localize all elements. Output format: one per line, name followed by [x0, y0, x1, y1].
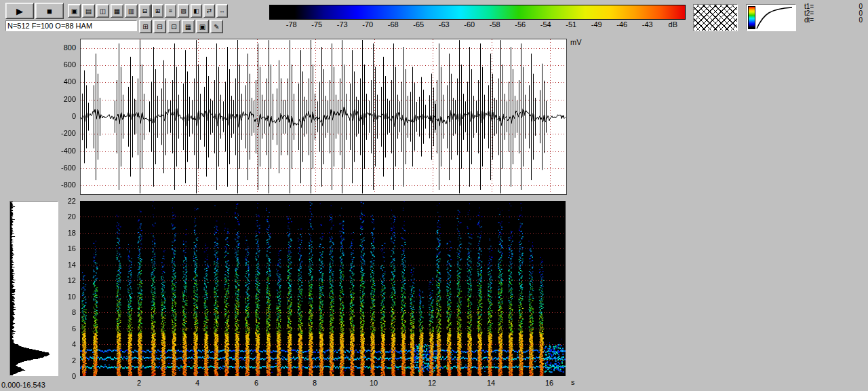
spectrogram-ytick-8: 8 [60, 308, 76, 316]
spectrogram-ytick-22: 22 [60, 197, 76, 205]
readout-row: dt=0 [804, 17, 863, 24]
spectrogram-ytick-14: 14 [60, 261, 76, 269]
colorbar-unit-label: dB [660, 20, 686, 29]
colorbar-tick-label: -65 [406, 20, 432, 29]
waveform-ytick-600: 600 [50, 60, 76, 69]
readout-value: 0 [859, 17, 863, 24]
transfer-curve-icon [755, 5, 793, 30]
layout-3-button-icon: ⊡ [171, 23, 176, 31]
save-button-icon: ▤ [85, 7, 92, 15]
layout-1-button[interactable]: ⊞ [139, 20, 152, 33]
colorbar-tick-label: -56 [508, 20, 534, 29]
spectrogram-ytick-0: 0 [60, 372, 76, 380]
print-button[interactable]: ▥ [125, 4, 138, 18]
colorbar-tick-label: -51 [559, 20, 585, 29]
new-file-button-icon: ▣ [71, 7, 77, 15]
view-split-button-icon: ◧ [193, 7, 199, 14]
scroll-button[interactable]: ↔ [216, 4, 228, 18]
print-button-icon: ▥ [128, 7, 134, 15]
spectrogram-ytick-4: 4 [60, 340, 76, 348]
view-sonogram-button-icon: ⊞ [155, 7, 161, 14]
waveform-ytick--600: -600 [50, 164, 76, 172]
spectrogram-panel[interactable] [80, 201, 566, 376]
layout-2-button[interactable]: ⊟ [153, 20, 166, 33]
play-button-icon: ▶ [16, 6, 23, 16]
open-button-icon: ◫ [100, 7, 106, 15]
edit-button-icon: ✎ [214, 23, 219, 31]
time-xtick-12: 12 [424, 379, 440, 387]
colorbar-tick-label: -73 [330, 20, 355, 29]
colorbar-tick-label: -63 [431, 20, 457, 29]
view-spectrum-button[interactable]: ≡ [165, 4, 176, 18]
waveform-ytick-400: 400 [50, 77, 76, 86]
zoom-button-icon: ⇄ [207, 7, 212, 14]
layout-5-button-icon: ▣ [199, 23, 205, 31]
time-range-label: 0.000-16.543 [1, 381, 45, 389]
palette-strip-icon [748, 6, 755, 29]
layout-4-button[interactable]: ▦ [182, 20, 195, 33]
time-xtick-8: 8 [307, 379, 323, 387]
colorbar-tick-label: -78 [279, 20, 304, 29]
stop-button[interactable]: ■ [35, 3, 64, 19]
zoom-button[interactable]: ⇄ [203, 4, 215, 18]
layout-toolbar-group: ⊞⊟⊡▦▣✎ [139, 20, 224, 33]
transport-controls: ▶■ [5, 3, 65, 19]
colorbar-tick-label: -68 [380, 20, 406, 29]
view-sonogram-button[interactable]: ⊞ [152, 4, 163, 18]
scroll-button-icon: ↔ [219, 7, 225, 14]
layout-2-button-icon: ⊟ [157, 23, 162, 31]
crosshatch-indicator [693, 4, 738, 31]
colorbar-tick-label: -46 [610, 20, 635, 29]
colorbar-tick-label: -75 [304, 20, 330, 29]
oscillogram-panel[interactable] [80, 39, 567, 195]
view-3d-button-icon: ▨ [180, 7, 186, 14]
open-button[interactable]: ◫ [96, 4, 109, 18]
view-oscillogram-button[interactable]: ⊟ [139, 4, 151, 18]
waveform-ytick-0: 0 [50, 112, 76, 120]
edit-button[interactable]: ✎ [210, 20, 223, 33]
spectrogram-ytick-12: 12 [60, 276, 76, 284]
time-xtick-14: 14 [483, 379, 499, 387]
cursor-readouts: t1=0t2=0dt=0 [804, 3, 863, 24]
waveform-unit-label: mV [570, 38, 582, 46]
view-toolbar-group: ⊟⊞≡▨◧⇄↔ [139, 4, 229, 18]
time-unit-label: s [571, 378, 575, 386]
waveform-ytick--400: -400 [50, 147, 76, 155]
view-spectrum-button-icon: ≡ [169, 7, 172, 14]
average-spectrum-canvas [10, 202, 58, 375]
colorbar-gradient [269, 5, 686, 20]
spectrogram-ytick-18: 18 [60, 229, 76, 237]
view-oscillogram-button-icon: ⊟ [142, 7, 148, 14]
waveform-ytick--200: -200 [50, 129, 76, 137]
spectrogram-ytick-16: 16 [60, 244, 76, 253]
colorbar-tick-label: -58 [482, 20, 508, 29]
stop-button-icon: ■ [47, 6, 52, 16]
new-file-button[interactable]: ▣ [68, 4, 81, 18]
play-button[interactable]: ▶ [5, 3, 34, 19]
spectrogram-ytick-20: 20 [60, 212, 76, 221]
oscillogram-canvas[interactable] [81, 39, 566, 194]
colorbar-tick-label: -43 [635, 20, 660, 29]
layout-4-button-icon: ▦ [185, 23, 191, 31]
capture-button-icon: ▦ [114, 7, 120, 15]
waveform-ytick-200: 200 [50, 95, 76, 103]
time-xtick-10: 10 [366, 379, 382, 387]
time-xtick-16: 16 [541, 379, 557, 387]
time-xtick-6: 6 [248, 379, 264, 387]
colorbar-tick-label: -60 [457, 20, 483, 29]
view-split-button[interactable]: ◧ [191, 4, 202, 18]
colorbar-tick-label: -70 [355, 20, 381, 29]
colorbar-labels: -78-75-73-70-68-65-63-60-58-56-54-51-49-… [269, 20, 686, 29]
waveform-ytick--800: -800 [50, 181, 76, 189]
spectrogram-ytick-2: 2 [60, 356, 76, 365]
layout-5-button[interactable]: ▣ [196, 20, 209, 33]
layout-1-button-icon: ⊞ [142, 23, 148, 31]
spectrogram-ytick-10: 10 [60, 293, 76, 301]
view-3d-button[interactable]: ▨ [178, 4, 189, 18]
capture-button[interactable]: ▦ [111, 4, 123, 18]
save-button[interactable]: ▤ [82, 4, 95, 18]
spectrogram-canvas[interactable] [80, 201, 566, 376]
time-xtick-4: 4 [189, 379, 205, 387]
layout-3-button[interactable]: ⊡ [167, 20, 180, 33]
fft-params-field[interactable] [5, 20, 137, 31]
